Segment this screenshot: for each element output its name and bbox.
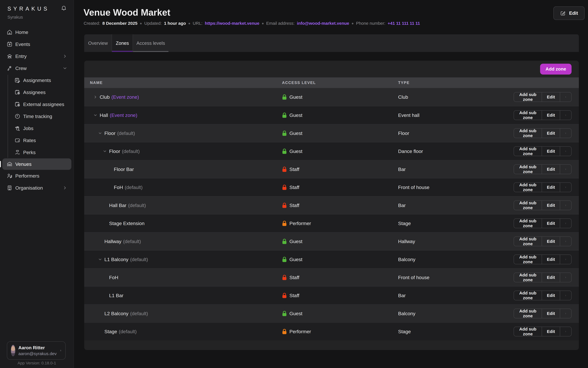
- add-sub-zone-button[interactable]: Add sub zone: [514, 255, 542, 264]
- sidebar-item-crew[interactable]: Crew: [0, 62, 74, 74]
- sidebar-item-venues[interactable]: Venues: [2, 158, 71, 170]
- more-actions-button[interactable]: [560, 110, 571, 120]
- table-row[interactable]: Floor BarStaffBarAdd sub zoneEdit: [84, 160, 579, 178]
- add-sub-zone-button[interactable]: Add sub zone: [514, 129, 542, 138]
- edit-zone-button[interactable]: Edit: [542, 273, 560, 282]
- edit-venue-button[interactable]: Edit: [553, 6, 585, 20]
- edit-zone-button[interactable]: Edit: [542, 110, 560, 120]
- chevron-up-down-icon: [60, 348, 62, 353]
- sidebar-nav: Home Events Entry Crew Assignments Assig…: [0, 26, 74, 194]
- chevron-down-icon[interactable]: [98, 131, 104, 136]
- edit-zone-button[interactable]: Edit: [542, 92, 560, 101]
- tab-zones[interactable]: Zones: [112, 34, 133, 52]
- table-row[interactable]: FoHStaffFront of houseAdd sub zoneEdit: [84, 268, 579, 286]
- edit-zone-button[interactable]: Edit: [542, 147, 560, 156]
- table-row[interactable]: Hall Bar(default)StaffBarAdd sub zoneEdi…: [84, 196, 579, 214]
- add-sub-zone-button[interactable]: Add sub zone: [514, 309, 542, 318]
- table-row[interactable]: L1 Balcony(default)GuestBalconyAdd sub z…: [84, 250, 579, 268]
- more-actions-button[interactable]: [560, 183, 571, 192]
- table-row[interactable]: Stage(default)PerformerStageAdd sub zone…: [84, 322, 579, 340]
- sidebar-item-perks[interactable]: Perks: [0, 146, 74, 158]
- edit-zone-button[interactable]: Edit: [542, 291, 560, 300]
- table-row[interactable]: FoH(default)StaffFront of houseAdd sub z…: [84, 178, 579, 196]
- chevron-down-icon[interactable]: [98, 257, 104, 262]
- sidebar-item-entry[interactable]: Entry: [0, 50, 74, 62]
- sidebar-item-home[interactable]: Home: [0, 26, 74, 38]
- add-sub-zone-button[interactable]: Add sub zone: [514, 201, 542, 210]
- tab-access-levels[interactable]: Access levels: [133, 34, 169, 52]
- table-row[interactable]: Floor(default)GuestFloorAdd sub zoneEdit: [84, 124, 579, 142]
- more-actions-button[interactable]: [560, 327, 571, 336]
- table-row[interactable]: Floor(default)GuestDance floorAdd sub zo…: [84, 142, 579, 160]
- add-sub-zone-button[interactable]: Add sub zone: [514, 219, 542, 228]
- add-sub-zone-button[interactable]: Add sub zone: [514, 110, 542, 120]
- tab-label: Access levels: [136, 40, 165, 46]
- add-sub-zone-button[interactable]: Add sub zone: [514, 165, 542, 174]
- zone-name: Stage: [104, 329, 117, 334]
- zone-suffix-default: (default): [122, 148, 140, 154]
- venue-phone-link[interactable]: +41 11 111 11 11: [388, 21, 420, 26]
- selected-indicator: [0, 161, 1, 167]
- more-actions-button[interactable]: [560, 219, 571, 228]
- edit-zone-button[interactable]: Edit: [542, 201, 560, 210]
- more-actions-button[interactable]: [560, 255, 571, 264]
- chevron-down-icon[interactable]: [103, 149, 109, 154]
- add-sub-zone-button[interactable]: Add sub zone: [514, 183, 542, 192]
- table-row[interactable]: Hall(Event zone)GuestEvent hallAdd sub z…: [84, 106, 579, 124]
- table-row[interactable]: L2 Balcony(default)GuestBalconyAdd sub z…: [84, 304, 579, 322]
- tree-indent-spacer: [103, 203, 109, 208]
- edit-zone-button[interactable]: Edit: [542, 255, 560, 264]
- row-actions: Add sub zoneEdit: [514, 201, 571, 210]
- edit-zone-button[interactable]: Edit: [542, 129, 560, 138]
- add-zone-button[interactable]: Add zone: [540, 64, 571, 74]
- sidebar-item-rates[interactable]: Rates: [0, 134, 74, 146]
- notifications-bell-icon[interactable]: [61, 5, 67, 11]
- zone-suffix-default: (default): [119, 329, 137, 334]
- user-menu[interactable]: Aaron Ritter aaron@syrakus.dev: [7, 341, 66, 360]
- sidebar-item-time-tracking[interactable]: Time tracking: [0, 110, 74, 122]
- chevron-down-icon[interactable]: [93, 113, 100, 118]
- table-row[interactable]: Stage ExtensionPerformerStageAdd sub zon…: [84, 214, 579, 232]
- updated-value: 1 hour ago: [164, 21, 186, 26]
- edit-zone-button[interactable]: Edit: [542, 165, 560, 174]
- edit-zone-button[interactable]: Edit: [542, 309, 560, 318]
- sidebar-item-jobs[interactable]: Jobs: [0, 122, 74, 134]
- more-actions-button[interactable]: [560, 237, 571, 246]
- add-sub-zone-button[interactable]: Add sub zone: [514, 237, 542, 246]
- tab-overview[interactable]: Overview: [84, 34, 112, 52]
- sidebar-item-assignments[interactable]: Assignments: [0, 74, 74, 86]
- edit-zone-button[interactable]: Edit: [542, 237, 560, 246]
- more-actions-button[interactable]: [560, 129, 571, 138]
- add-sub-zone-button[interactable]: Add sub zone: [514, 147, 542, 156]
- more-actions-button[interactable]: [560, 147, 571, 156]
- table-row[interactable]: Hallway(default)GuestHallwayAdd sub zone…: [84, 232, 579, 250]
- add-sub-zone-button[interactable]: Add sub zone: [514, 92, 542, 101]
- sidebar-item-organisation[interactable]: Organisation: [0, 182, 74, 194]
- add-sub-zone-button[interactable]: Add sub zone: [514, 291, 542, 300]
- sidebar-item-external-assignees[interactable]: External assignees: [0, 98, 74, 110]
- edit-zone-button[interactable]: Edit: [542, 327, 560, 336]
- more-actions-button[interactable]: [560, 165, 571, 174]
- sidebar-item-performers[interactable]: Performers: [0, 170, 74, 182]
- zone-suffix-default: (default): [130, 257, 148, 262]
- more-actions-button[interactable]: [560, 309, 571, 318]
- pencil-square-icon: [560, 10, 566, 16]
- edit-zone-button[interactable]: Edit: [542, 183, 560, 192]
- add-sub-zone-button[interactable]: Add sub zone: [514, 327, 542, 336]
- add-sub-zone-button[interactable]: Add sub zone: [514, 273, 542, 282]
- table-row[interactable]: Club(Event zone)GuestClubAdd sub zoneEdi…: [84, 88, 579, 106]
- more-actions-button[interactable]: [560, 201, 571, 210]
- more-actions-button[interactable]: [560, 291, 571, 300]
- sidebar-item-events[interactable]: Events: [0, 38, 74, 50]
- zone-type-value: Bar: [398, 202, 514, 208]
- sidebar-item-label: Venues: [15, 161, 31, 167]
- venue-email-link[interactable]: info@wood-market.venue: [297, 21, 349, 26]
- table-row[interactable]: L1 BarStaffBarAdd sub zoneEdit: [84, 286, 579, 304]
- more-actions-button[interactable]: [560, 273, 571, 282]
- venue-url-link[interactable]: https://wood-market.venue: [205, 21, 259, 26]
- edit-zone-button[interactable]: Edit: [542, 219, 560, 228]
- chevron-right-icon[interactable]: [93, 95, 100, 100]
- home-icon: [6, 29, 13, 35]
- sidebar-item-assignees[interactable]: Assignees: [0, 86, 74, 98]
- more-actions-button[interactable]: [560, 92, 571, 101]
